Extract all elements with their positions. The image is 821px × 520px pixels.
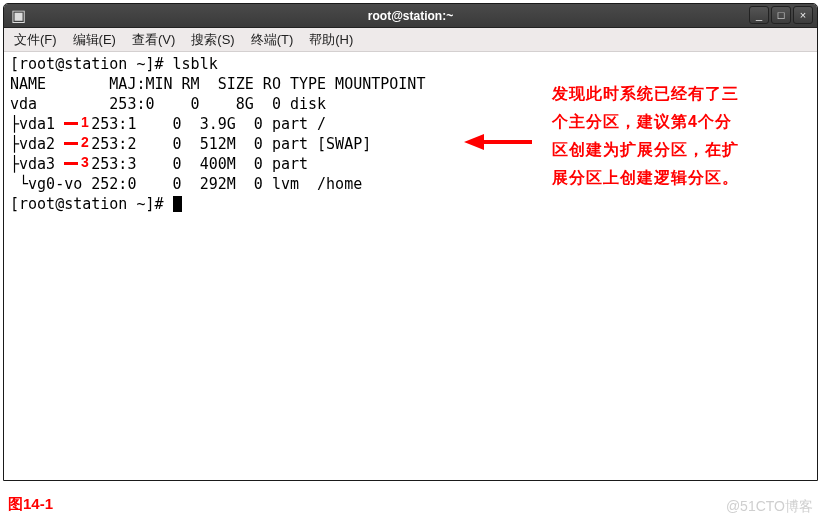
lsblk-row: ├vda1 253:1 0 3.9G 0 part / [10,115,326,133]
lsblk-row: └vg0-vo 252:0 0 292M 0 lvm /home [10,175,362,193]
svg-marker-1 [464,134,484,150]
maximize-button[interactable]: □ [771,6,791,24]
annotation-number-1: 1 [81,114,89,130]
window-controls: _ □ × [749,6,813,24]
minimize-button[interactable]: _ [749,6,769,24]
menu-help[interactable]: 帮助(H) [305,29,357,51]
lsblk-row: ├vda3 253:3 0 400M 0 part [10,155,308,173]
menu-terminal[interactable]: 终端(T) [247,29,298,51]
title-bar: ▣ root@station:~ _ □ × [4,4,817,28]
prompt: [root@station ~]# [10,55,173,73]
annotation-dash [64,122,78,125]
prompt: [root@station ~]# [10,195,173,213]
annotation-number-2: 2 [81,134,89,150]
terminal-window: ▣ root@station:~ _ □ × 文件(F) 编辑(E) 查看(V)… [3,3,818,481]
menu-search[interactable]: 搜索(S) [187,29,238,51]
cursor [173,196,182,212]
menu-file[interactable]: 文件(F) [10,29,61,51]
annotation-note: 发现此时系统已经有了三个主分区，建议第4个分区创建为扩展分区，在扩展分区上创建逻… [552,80,742,192]
terminal-icon: ▣ [10,8,26,24]
arrow-icon [464,132,534,152]
close-button[interactable]: × [793,6,813,24]
annotation-dash [64,162,78,165]
lsblk-header: NAME MAJ:MIN RM SIZE RO TYPE MOUNTPOINT [10,75,425,93]
window-title: root@station:~ [4,9,817,23]
command: lsblk [173,55,218,73]
terminal-area[interactable]: [root@station ~]# lsblk NAME MAJ:MIN RM … [4,52,817,480]
watermark: @51CTO博客 [726,498,813,516]
annotation-dash [64,142,78,145]
figure-label: 图14-1 [8,495,53,514]
menu-edit[interactable]: 编辑(E) [69,29,120,51]
menu-view[interactable]: 查看(V) [128,29,179,51]
lsblk-row: vda 253:0 0 8G 0 disk [10,95,326,113]
annotation-number-3: 3 [81,154,89,170]
menu-bar: 文件(F) 编辑(E) 查看(V) 搜索(S) 终端(T) 帮助(H) [4,28,817,52]
